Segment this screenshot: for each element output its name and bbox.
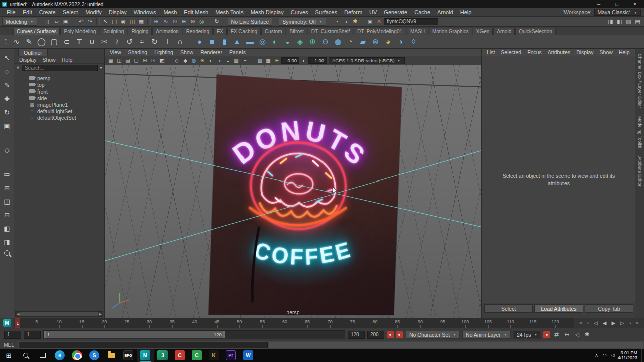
lock-camera-icon[interactable]: ◫	[115, 57, 123, 64]
premiere-app[interactable]: Pr	[222, 349, 239, 362]
step-forward-key-button[interactable]: ▷	[620, 321, 624, 326]
play-backwards-button[interactable]: ◀	[603, 321, 607, 326]
booleans-icon[interactable]: ◊	[407, 35, 420, 48]
wireframe-icon[interactable]: ◇	[173, 57, 181, 64]
play-forward-button[interactable]: ▶	[611, 321, 615, 326]
menu-windows[interactable]: Windows	[130, 9, 160, 15]
load-attributes-button[interactable]: Load Attributes	[534, 304, 583, 313]
pencil-curve-tool-icon[interactable]: ✎	[23, 35, 35, 48]
bevel-plus-icon[interactable]: ◔	[344, 35, 357, 48]
snap-view-plane-icon[interactable]: ⊗	[189, 17, 197, 26]
red-app[interactable]: C	[171, 349, 188, 362]
set-key-icon[interactable]	[387, 331, 394, 338]
range-bar[interactable]: 1 120	[44, 331, 225, 338]
menu-curves[interactable]: Curves	[287, 9, 312, 15]
stitch-icon[interactable]: ▰	[357, 35, 369, 48]
scroll-right-icon[interactable]: ▶	[99, 312, 102, 316]
nurbs-cylinder-icon[interactable]: ▮	[218, 35, 231, 48]
close-button[interactable]: ✕	[626, 0, 644, 8]
show-desktop-button[interactable]	[641, 349, 644, 362]
sound-icon[interactable]: ◁	[573, 331, 581, 339]
snap-point-icon[interactable]: ⊙	[171, 17, 179, 26]
shelf-tab-xgen[interactable]: XGen	[473, 28, 493, 35]
step-back-key-button[interactable]: ◁	[594, 321, 598, 326]
maya-app[interactable]: M	[137, 349, 154, 362]
menu-help[interactable]: Help	[457, 9, 475, 15]
use-all-lights-icon[interactable]: ☀	[198, 57, 206, 64]
layout-two-pane-stacked-button[interactable]: ⊟	[2, 210, 13, 220]
select-camera-icon[interactable]: ▦	[107, 57, 115, 64]
save-scene-icon[interactable]: ▣	[62, 17, 70, 26]
animation-end-field[interactable]: 200	[367, 331, 384, 339]
depth-of-field-icon[interactable]: ◓	[241, 57, 249, 64]
viewport-menu-shading[interactable]: Shading	[125, 49, 151, 55]
layout-zoom-button[interactable]	[4, 250, 10, 256]
group-divider[interactable]	[328, 18, 331, 25]
nurbs-square-icon[interactable]: ▢	[48, 35, 60, 48]
epic-games-app[interactable]: EPG	[120, 349, 137, 362]
untrim-icon[interactable]: ◑	[394, 35, 407, 48]
outliner-menu-show[interactable]: Show	[42, 57, 55, 63]
snap-grid-icon[interactable]: ⊞	[152, 17, 161, 26]
shelf-tab-fx-caching[interactable]: FX Caching	[227, 28, 261, 35]
text-tool-icon[interactable]: T	[73, 35, 86, 48]
group-divider[interactable]	[72, 18, 75, 25]
outliner-menu-help[interactable]: Help	[62, 57, 73, 63]
playback-step-icon[interactable]: ↦	[562, 331, 571, 339]
rebuild-curve-icon[interactable]: ↻	[148, 35, 161, 48]
image-plane-neon-sign[interactable]: DONUTS	[209, 75, 402, 315]
search-button[interactable]	[17, 349, 34, 362]
menu-display[interactable]: Display	[105, 9, 130, 15]
sidebar-attreditor-toggle-icon[interactable]: ◧	[615, 17, 624, 26]
outliner-item-imageplane1[interactable]: ▦imagePlane1	[14, 101, 104, 108]
go-to-end-button[interactable]: »	[636, 321, 639, 326]
ambient-occlusion-icon[interactable]: ◑	[215, 57, 223, 64]
menu-deform[interactable]: Deform	[341, 9, 366, 15]
ipr-render-icon[interactable]: ◑	[342, 17, 350, 26]
start-button[interactable]: ⊞	[0, 349, 17, 362]
camera-attributes-icon[interactable]: ▤	[124, 57, 132, 64]
menu-mesh-display[interactable]: Mesh Display	[247, 9, 287, 15]
shelf-tab-poly-modeling[interactable]: Poly Modeling	[60, 28, 99, 35]
select-tool[interactable]: ↖	[2, 53, 13, 63]
viewport-menu-lighting[interactable]: Lighting	[151, 49, 176, 55]
group-divider[interactable]	[223, 18, 226, 25]
group-divider[interactable]	[96, 18, 100, 25]
outliner-item-defaultobjectset[interactable]: ∷defaultObjectSet	[14, 114, 104, 121]
word-app[interactable]: W	[239, 349, 257, 362]
select-object-icon[interactable]: ▢	[110, 17, 119, 26]
go-to-start-button[interactable]: «	[579, 321, 582, 326]
birail-icon[interactable]: ⊖	[319, 35, 332, 48]
set-breakdown-key-icon[interactable]	[396, 331, 403, 338]
pan-zoom-2d-icon[interactable]: ⊡	[149, 57, 157, 64]
tray-network-icon[interactable]: ◠	[603, 353, 607, 358]
viewport-scene[interactable]: DONUTS	[105, 65, 481, 318]
sidebar-tab-channel-box-layer-editor[interactable]: Channel Box / Layer Editor	[637, 54, 642, 108]
file-explorer-app[interactable]	[103, 349, 120, 362]
layout-persp-outliner-button[interactable]: ◧	[2, 223, 13, 233]
shelf-tab-dt-polymodeling01[interactable]: DT_PolyModeling01	[354, 28, 406, 35]
open-scene-icon[interactable]: ▱	[53, 17, 61, 26]
command-input[interactable]	[19, 342, 268, 348]
attach-curves-icon[interactable]: ∪	[86, 35, 98, 48]
animation-start-field[interactable]: 1	[4, 331, 21, 339]
chevron-down-icon[interactable]: ▼	[99, 66, 103, 70]
attribute-editor-menu-attributes[interactable]: Attributes	[545, 49, 573, 55]
offset-curve-icon[interactable]: ≈	[136, 35, 148, 48]
anti-aliasing-icon[interactable]: ▧	[232, 57, 240, 64]
group-divider[interactable]	[39, 18, 42, 25]
shelf-tab-mash[interactable]: MASH	[407, 28, 428, 35]
anim-layer-dropdown[interactable]: No Anim Layer▼	[462, 331, 511, 339]
green-app[interactable]: C	[188, 349, 205, 362]
group-divider[interactable]	[168, 57, 171, 64]
menu-edit[interactable]: Edit	[19, 9, 36, 15]
detach-curves-icon[interactable]: ✂	[98, 35, 111, 48]
outliner-item-front[interactable]: front	[14, 88, 104, 95]
bookmarks-icon[interactable]: ▢	[132, 57, 140, 64]
scroll-left-icon[interactable]: ◀	[17, 312, 19, 316]
shelf-tab-rigging[interactable]: Rigging	[128, 28, 152, 35]
sidebar-outliner-toggle-icon[interactable]: ▤	[633, 17, 642, 26]
auto-key-icon[interactable]	[543, 331, 550, 338]
nurbs-cube-icon[interactable]: ■	[206, 35, 218, 48]
outliner-item-defaultlightset[interactable]: ∷defaultLightSet	[14, 108, 104, 114]
